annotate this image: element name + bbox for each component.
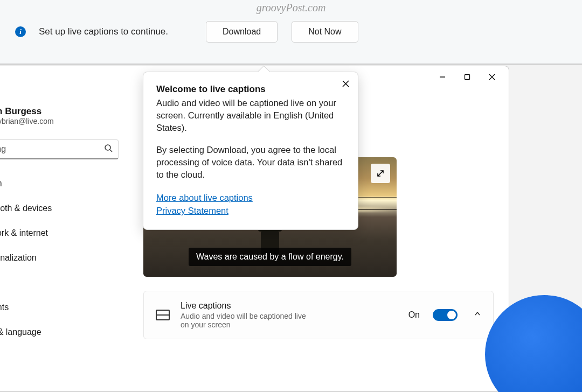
download-button[interactable]: Download — [206, 21, 278, 43]
live-captions-setting-row[interactable]: Live captions Audio and video will be ca… — [143, 291, 494, 339]
welcome-tooltip: Welcome to live captions Audio and video… — [143, 72, 358, 230]
svg-rect-1 — [465, 75, 470, 80]
sidebar-item-time-language[interactable]: me & language — [0, 320, 119, 345]
sidebar-item-network[interactable]: etwork & internet — [0, 221, 119, 246]
tooltip-title: Welcome to live captions — [156, 84, 345, 95]
info-icon: i — [15, 26, 26, 37]
svg-point-4 — [105, 145, 110, 150]
tooltip-close-button[interactable] — [342, 80, 349, 89]
tooltip-paragraph-2: By selecting Download, you agree to the … — [156, 144, 345, 181]
privacy-statement-link[interactable]: Privacy Statement — [156, 204, 345, 218]
search-input[interactable]: etting — [0, 139, 119, 159]
captions-icon — [156, 310, 170, 320]
setting-description: Audio and video will be captioned live o… — [181, 312, 310, 329]
sidebar-item-system[interactable]: stem — [0, 171, 119, 196]
tooltip-paragraph-1: Audio and video will be captioned live o… — [156, 97, 345, 134]
svg-line-5 — [110, 150, 112, 152]
search-placeholder: etting — [0, 144, 6, 153]
settings-sidebar: Brian Burgess groovybrian@live.com ettin… — [0, 88, 122, 391]
minimize-button[interactable] — [430, 67, 455, 87]
maximize-button[interactable] — [455, 67, 480, 87]
sidebar-item-apps[interactable]: ops — [0, 270, 119, 295]
more-about-link[interactable]: More about live captions — [156, 191, 345, 205]
sidebar-item-bluetooth[interactable]: uetooth & devices — [0, 196, 119, 221]
toggle-state-label: On — [408, 310, 420, 320]
fullscreen-button[interactable] — [371, 164, 390, 183]
expand-chevron-icon[interactable] — [474, 310, 481, 320]
not-now-button[interactable]: Not Now — [292, 21, 358, 43]
setting-title: Live captions — [181, 301, 398, 311]
search-icon — [104, 144, 113, 155]
svg-line-6 — [378, 171, 383, 176]
sidebar-item-personalization[interactable]: ersonalization — [0, 246, 119, 270]
profile-email: groovybrian@live.com — [0, 117, 54, 125]
sidebar-item-accounts[interactable]: counts — [0, 295, 119, 320]
caption-overlay-text: Waves are caused by a flow of energy. — [189, 248, 351, 266]
watermark-text: groovyPost.com — [257, 2, 326, 14]
live-captions-toggle[interactable] — [433, 309, 458, 321]
user-profile[interactable]: Brian Burgess groovybrian@live.com — [0, 97, 119, 139]
notice-message: Set up live captions to continue. — [39, 26, 168, 37]
close-button[interactable] — [480, 67, 504, 87]
profile-name: Brian Burgess — [0, 106, 54, 117]
